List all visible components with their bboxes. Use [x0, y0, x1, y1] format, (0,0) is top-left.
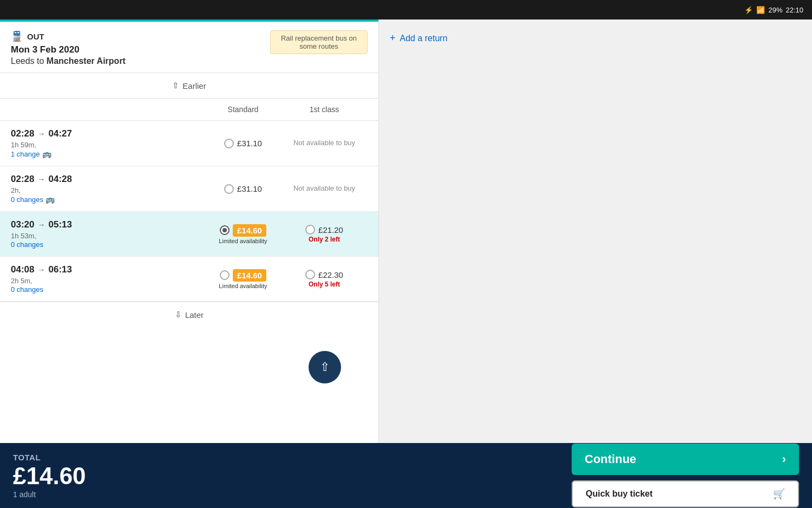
first-class-col-header: 1st class: [281, 105, 368, 114]
total-price: £14.60: [13, 464, 572, 488]
standard-radio[interactable]: [224, 139, 234, 148]
first-class-radio[interactable]: [305, 225, 315, 235]
journey-row: 02:28 → 04:28 2h, 0 changes 🚌 £31.10: [0, 166, 378, 212]
bus-icon: 🚌: [42, 149, 51, 158]
standard-price: £31.10: [237, 139, 262, 148]
standard-option[interactable]: £14.60 Limited availability: [205, 224, 281, 244]
journey-header: 🚆 OUT Mon 3 Feb 2020 Leeds to Manchester…: [0, 19, 378, 73]
journey-col-header: [11, 105, 205, 114]
earlier-row: ⇧ Earlier: [0, 73, 378, 99]
only-left-label: Only 2 left: [309, 236, 340, 243]
total-label: TOTAL: [13, 453, 572, 462]
limited-availability-label: Limited availability: [219, 238, 267, 244]
standard-option[interactable]: £14.60 Limited availability: [205, 269, 281, 289]
first-class-price: £22.30: [318, 270, 343, 279]
wifi-icon: 📶: [756, 6, 765, 14]
journey-duration: 2h 5m,: [11, 277, 205, 285]
journey-changes: 1 change 🚌: [11, 149, 205, 158]
first-class-option: Not available to buy: [281, 139, 368, 148]
main-area: 🚆 OUT Mon 3 Feb 2020 Leeds to Manchester…: [0, 19, 812, 508]
arrive-time: 05:13: [48, 219, 71, 230]
changes-link[interactable]: 0 changes: [11, 285, 43, 294]
arrive-time: 06:13: [48, 264, 71, 275]
earlier-label: Earlier: [182, 81, 206, 90]
first-class-option[interactable]: £21.20 Only 2 left: [281, 225, 368, 243]
journey-details: 02:28 → 04:27 1h 59m, 1 change 🚌: [11, 128, 205, 158]
journey-duration: 1h 59m,: [11, 141, 205, 149]
journey-changes: 0 changes: [11, 285, 205, 294]
chevron-up-icon: ⇧: [320, 360, 330, 374]
total-section: TOTAL £14.60 1 adult: [13, 453, 572, 499]
direction-label: OUT: [27, 32, 44, 41]
standard-price-highlighted: £14.60: [233, 269, 266, 282]
later-button[interactable]: ⇩ Later: [175, 310, 204, 320]
first-class-option[interactable]: £22.30 Only 5 left: [281, 270, 368, 288]
bottom-bar: TOTAL £14.60 1 adult Continue › Quick bu…: [0, 443, 812, 508]
journey-changes: 0 changes: [11, 240, 205, 249]
journey-time: 04:08 → 06:13: [11, 264, 205, 275]
standard-price-highlighted: £14.60: [233, 224, 266, 237]
changes-link[interactable]: 1 change: [11, 150, 40, 158]
status-icons: ⚡ 📶 29% 22:10: [744, 6, 803, 14]
journey-time: 02:28 → 04:28: [11, 174, 205, 185]
standard-option[interactable]: £31.10: [205, 139, 281, 148]
only-left-label: Only 5 left: [309, 281, 340, 288]
add-return-button[interactable]: + Add a return: [390, 30, 448, 46]
train-icon: 🚆: [11, 30, 23, 42]
bus-icon: 🚌: [45, 195, 55, 204]
changes-link[interactable]: 0 changes: [11, 240, 43, 249]
add-return-label: Add a return: [400, 34, 448, 43]
journey-info: 🚆 OUT Mon 3 Feb 2020 Leeds to Manchester…: [11, 30, 126, 66]
arrow-icon: →: [37, 265, 45, 274]
chevron-right-icon: ›: [782, 452, 786, 466]
first-class-option: Not available to buy: [281, 184, 368, 193]
scroll-up-button[interactable]: ⇧: [309, 351, 341, 383]
arrive-time: 04:28: [48, 174, 71, 185]
journey-details: 03:20 → 05:13 1h 53m, 0 changes: [11, 219, 205, 249]
plus-icon: +: [390, 32, 396, 44]
journey-duration: 1h 53m,: [11, 232, 205, 240]
standard-radio-selected[interactable]: [220, 225, 230, 235]
to-city: Manchester Airport: [47, 56, 126, 66]
depart-time: 02:28: [11, 174, 34, 185]
column-headers: Standard 1st class: [0, 99, 378, 121]
limited-availability-label: Limited availability: [219, 283, 267, 289]
passengers-label: 1 adult: [13, 490, 572, 499]
from-city: Leeds: [11, 56, 35, 66]
journey-changes: 0 changes 🚌: [11, 195, 205, 204]
bluetooth-icon: ⚡: [744, 6, 753, 14]
action-buttons: Continue › Quick buy ticket 🛒: [572, 444, 799, 507]
journey-duration: 2h,: [11, 186, 205, 194]
later-label: Later: [185, 310, 204, 320]
standard-radio[interactable]: [224, 184, 234, 194]
changes-link[interactable]: 0 changes: [11, 196, 43, 204]
right-panel: + Add a return: [379, 19, 812, 508]
chevron-up-icon: ⇧: [172, 81, 179, 90]
arrow-icon: →: [37, 175, 45, 184]
journey-time: 02:28 → 04:27: [11, 128, 205, 139]
quick-buy-label: Quick buy ticket: [586, 489, 653, 499]
journey-row: 04:08 → 06:13 2h 5m, 0 changes £14.60 Li…: [0, 257, 378, 302]
continue-button[interactable]: Continue ›: [572, 444, 799, 475]
first-class-radio[interactable]: [305, 270, 315, 279]
depart-time: 04:08: [11, 264, 34, 275]
depart-time: 02:28: [11, 128, 34, 139]
standard-radio[interactable]: [220, 270, 230, 280]
journey-route: Leeds to Manchester Airport: [11, 56, 126, 66]
arrive-time: 04:27: [48, 128, 71, 139]
status-bar: ⚡ 📶 29% 22:10: [0, 0, 812, 19]
standard-price: £31.10: [237, 184, 262, 193]
journey-time: 03:20 → 05:13: [11, 219, 205, 230]
first-class-unavailable: Not available to buy: [293, 184, 355, 193]
standard-option[interactable]: £31.10: [205, 184, 281, 194]
standard-col-header: Standard: [205, 105, 281, 114]
first-class-price: £21.20: [318, 225, 343, 235]
chevron-down-icon: ⇩: [175, 310, 182, 320]
quick-buy-button[interactable]: Quick buy ticket 🛒: [572, 480, 799, 507]
arrow-icon: →: [37, 220, 45, 229]
depart-time: 03:20: [11, 219, 34, 230]
arrow-icon: →: [37, 129, 45, 138]
later-row: ⇩ Later: [0, 302, 378, 327]
left-panel: 🚆 OUT Mon 3 Feb 2020 Leeds to Manchester…: [0, 19, 379, 508]
earlier-button[interactable]: ⇧ Earlier: [172, 81, 206, 90]
